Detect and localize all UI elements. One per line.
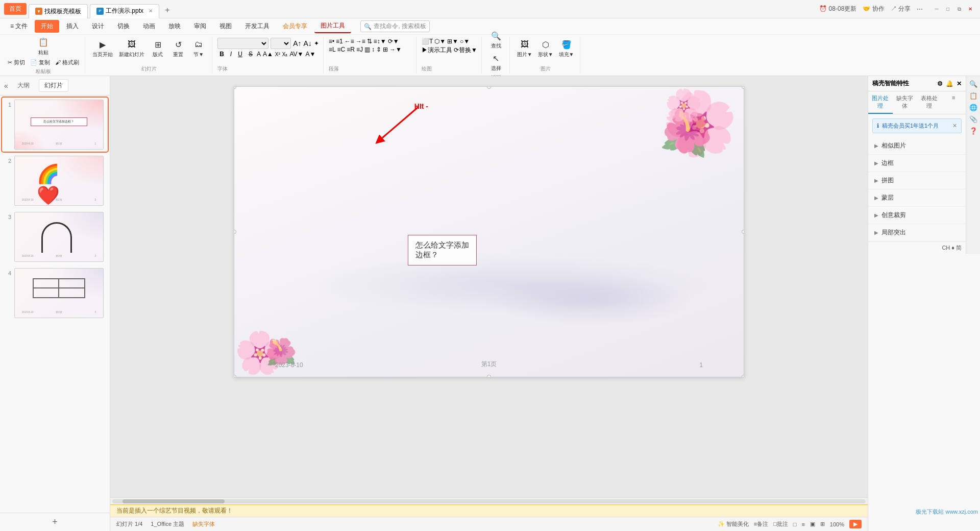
ribbon-tab-view[interactable]: 视图 [213,20,238,33]
outline-button[interactable]: ○▼ [460,38,470,45]
layout-button[interactable]: ⊞ 版式 [149,38,167,59]
format-brush-button[interactable]: 🖌 格式刷 [54,58,81,67]
notification-close-button[interactable]: ✕ [952,123,957,129]
presenter-view-button[interactable]: ⊞ [820,521,825,527]
panel-tab-font[interactable]: 缺失字体 [893,91,917,114]
panel-tab-table[interactable]: 表格处理 [917,91,942,114]
shadow-button[interactable]: A▼ [305,51,315,58]
align-left-button[interactable]: ≡L [329,46,336,53]
panel-settings-icon[interactable]: ⚙ [937,80,943,87]
present-button[interactable]: ▶演示工具 [422,46,452,55]
align-text-button[interactable]: ≡↕▼ [374,38,386,45]
tab-file[interactable]: P 工作演示.pptx ✕ [90,4,159,18]
side-icon-search[interactable]: 🔍 [969,80,977,88]
share-button[interactable]: ↗ 分享 [891,5,911,13]
ribbon-search-box[interactable]: 🔍 查找命令, 搜索模板 [360,20,430,32]
ribbon-tab-start[interactable]: 开始 [35,20,59,33]
arrange-button[interactable]: ⊞▼ [447,38,458,45]
shape-button[interactable]: ⬡▼ [434,38,446,45]
underline-button[interactable]: U [236,50,244,58]
settings-icon[interactable]: ⋯ [917,6,923,13]
slide-item-3[interactable]: 3 2023-8-10 第3页 3 [2,210,108,264]
panel-section-mask[interactable]: ▶ 蒙层 [868,189,966,207]
handle-bc[interactable] [487,375,491,377]
ribbon-tab-developer[interactable]: 开发工具 [239,20,276,33]
grid-view-button[interactable]: ▣ [810,521,815,527]
superscript-button[interactable]: X² [275,52,280,57]
smart-beautify-button[interactable]: ✨ 智能美化 [718,520,749,528]
line-spacing-button[interactable]: ↕ [372,46,375,53]
ribbon-tab-review[interactable]: 审阅 [188,20,212,33]
canvas-scroll[interactable]: 🌸 🌺 🌸 🌸 🌺 [110,76,868,497]
home-button[interactable]: 首页 [4,3,27,15]
convert-shape-button[interactable]: ⟳▼ [388,38,399,45]
transfer-shape-button[interactable]: →▼ [389,46,402,53]
font-color-button[interactable]: A [257,51,261,58]
side-icon-help[interactable]: ❓ [969,127,977,135]
panel-section-local-highlight[interactable]: ▶ 局部突出 [868,224,966,242]
text-dir-button[interactable]: ⇅ [367,38,372,45]
language-toggle[interactable]: CH ♦ 简 [868,242,966,254]
font-inc-button[interactable]: A↑ [293,39,301,47]
slide-item-1[interactable]: 1 怎么给文字添加边框？ 2023-8-10 第1页 1 [2,98,108,152]
font-family-select[interactable] [217,38,268,49]
replace-button[interactable]: ⟳替换▼ [454,46,477,55]
new-tab-button[interactable]: + [161,4,174,16]
handle-br[interactable] [742,375,744,377]
handle-bl[interactable] [234,375,236,377]
panel-section-border[interactable]: ▶ 边框 [868,155,966,172]
sidebar-tab-outline[interactable]: 大纲 [12,80,35,91]
strikethrough-button[interactable]: S [247,50,255,58]
align-right-button[interactable]: ≡R [347,46,355,53]
sidebar-tab-slides[interactable]: 幻灯片 [39,79,68,92]
panel-close-button[interactable]: ✕ [957,80,962,87]
paste-button[interactable]: 📋 粘贴 [34,36,53,57]
ribbon-tab-design[interactable]: 设计 [86,20,110,33]
italic-button[interactable]: I [228,50,234,58]
play-button[interactable]: ▶ [849,520,862,528]
ribbon-tab-vip[interactable]: 会员专享 [277,20,313,33]
copy-button[interactable]: 📄 复制 [29,58,52,67]
clear-format-button[interactable]: ✦ [314,40,319,47]
indent-dec-button[interactable]: ←≡ [345,38,354,45]
para-spacing-button[interactable]: ⇕ [376,46,381,53]
ribbon-tab-menu[interactable]: ≡ 文件 [4,20,34,33]
side-icon-globe[interactable]: 🌐 [969,104,977,111]
close-button[interactable]: ✕ [967,6,974,13]
reset-button[interactable]: ↺ 重置 [169,38,187,59]
normal-view-button[interactable]: □ [793,521,797,527]
missing-font-label[interactable]: 缺失字体 [192,520,215,528]
scrollbar-thumb-h[interactable] [122,499,225,503]
tab-template[interactable]: ▼ 找模板亮模板 [29,4,88,18]
bold-button[interactable]: B [217,50,226,58]
indent-inc-button[interactable]: →≡ [356,38,365,45]
text-box-main[interactable]: 怎么给文字添加边框？ [408,235,477,266]
cut-button[interactable]: ✂ 剪切 [6,58,27,67]
collaborate-button[interactable]: 🤝 协作 [863,5,884,13]
select-button[interactable]: ↖ 选择 [487,52,505,73]
horizontal-scrollbar[interactable] [110,497,868,504]
handle-tr[interactable] [742,86,744,89]
ribbon-tab-animation[interactable]: 动画 [137,20,161,33]
outline-view-button[interactable]: ≡ [801,521,804,527]
bullet-list-button[interactable]: ≡• [329,38,334,45]
highlight-button[interactable]: A▲ [263,51,273,58]
sidebar-collapse-button[interactable]: « [4,82,8,90]
current-play-button[interactable]: ▶ 当页开始 [90,38,115,59]
col-layout-button[interactable]: ▥ [364,46,370,53]
ribbon-tab-transition[interactable]: 切换 [111,20,136,33]
section-button[interactable]: 🗂 节▼ [189,38,208,59]
shape-fill-button[interactable]: ⬡ 形状▼ [536,38,555,59]
font-size-select[interactable] [271,38,291,49]
picture-button[interactable]: 🖼 图片▼ [515,38,534,59]
minimize-button[interactable]: ─ [933,6,940,13]
notes-button[interactable]: ≡备注 [754,520,768,528]
ribbon-tab-insert[interactable]: 插入 [60,20,85,33]
slide-item-2[interactable]: 2 🌈❤️ 2023-8-10 第2页 2 [2,154,108,208]
ribbon-tab-image[interactable]: 图片工具 [314,19,351,33]
align-justify-button[interactable]: ≡J [356,46,363,53]
panel-bell-icon[interactable]: 🔔 [946,80,953,87]
slide-item-4[interactable]: 4 2023-8-10 第4页 4 [2,266,108,320]
find-button[interactable]: 🔍 查找 [487,29,505,51]
handle-mr[interactable] [742,230,744,234]
